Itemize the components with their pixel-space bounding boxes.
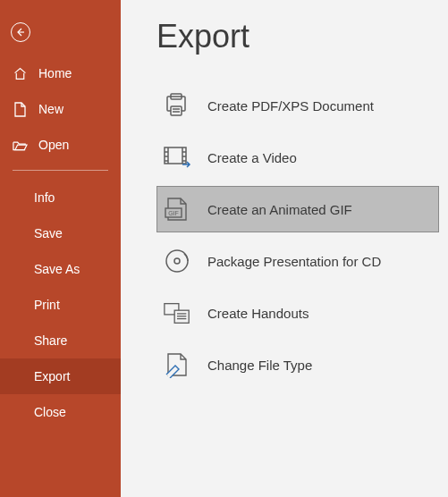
export-option-change-file-type[interactable]: Change File Type (156, 341, 439, 388)
option-label: Create a Video (207, 150, 297, 165)
option-label: Change File Type (207, 358, 312, 373)
backstage-sidebar: Home New Open Info Save Save As Print Sh… (0, 0, 121, 497)
sidebar-item-label: Save (34, 226, 63, 240)
sidebar-item-close[interactable]: Close (0, 394, 121, 430)
back-button[interactable] (11, 22, 30, 42)
option-label: Create PDF/XPS Document (207, 98, 374, 114)
main-panel: Export Create PDF/XPS Document Cre (121, 0, 448, 497)
sidebar-item-export[interactable]: Export (0, 358, 121, 394)
nav-label: Home (38, 66, 72, 80)
new-icon (13, 102, 28, 117)
back-arrow-icon (15, 27, 26, 38)
pdf-xps-icon (163, 91, 191, 120)
export-option-handouts[interactable]: Create Handouts (156, 290, 439, 336)
back-row (0, 9, 121, 55)
sidebar-item-save-as[interactable]: Save As (0, 251, 121, 287)
gif-icon: GIF (163, 195, 191, 223)
export-option-package-cd[interactable]: Package Presentation for CD (156, 238, 439, 284)
svg-rect-3 (171, 106, 182, 115)
cd-icon (163, 247, 191, 275)
nav-open[interactable]: Open (0, 127, 121, 163)
export-option-video[interactable]: Create a Video (156, 134, 439, 181)
nav-home[interactable]: Home (0, 55, 121, 91)
nav-new[interactable]: New (0, 91, 121, 127)
svg-point-18 (174, 258, 180, 264)
sidebar-divider (13, 170, 108, 171)
open-icon (13, 138, 28, 153)
sidebar-item-share[interactable]: Share (0, 323, 121, 358)
home-icon (13, 66, 28, 81)
option-label: Package Presentation for CD (207, 254, 381, 269)
sidebar-item-label: Print (34, 298, 60, 312)
change-file-type-icon (163, 350, 191, 379)
handouts-icon (163, 299, 191, 327)
video-icon (163, 143, 191, 172)
page-title: Export (156, 18, 448, 55)
sidebar-item-label: Info (34, 190, 55, 205)
sidebar-item-label: Export (34, 369, 70, 383)
nav-label: New (38, 102, 63, 116)
sidebar-item-label: Close (34, 405, 66, 419)
nav-label: Open (38, 138, 69, 152)
svg-text:GIF: GIF (168, 210, 179, 216)
sidebar-item-label: Save As (34, 262, 80, 276)
option-label: Create an Animated GIF (207, 202, 352, 217)
option-label: Create Handouts (207, 306, 309, 321)
export-option-animated-gif[interactable]: GIF Create an Animated GIF (156, 186, 439, 232)
sidebar-item-print[interactable]: Print (0, 287, 121, 323)
sidebar-item-save[interactable]: Save (0, 215, 121, 251)
export-option-pdf-xps[interactable]: Create PDF/XPS Document (156, 82, 439, 129)
sidebar-item-label: Share (34, 333, 67, 348)
sidebar-item-info[interactable]: Info (0, 180, 121, 215)
